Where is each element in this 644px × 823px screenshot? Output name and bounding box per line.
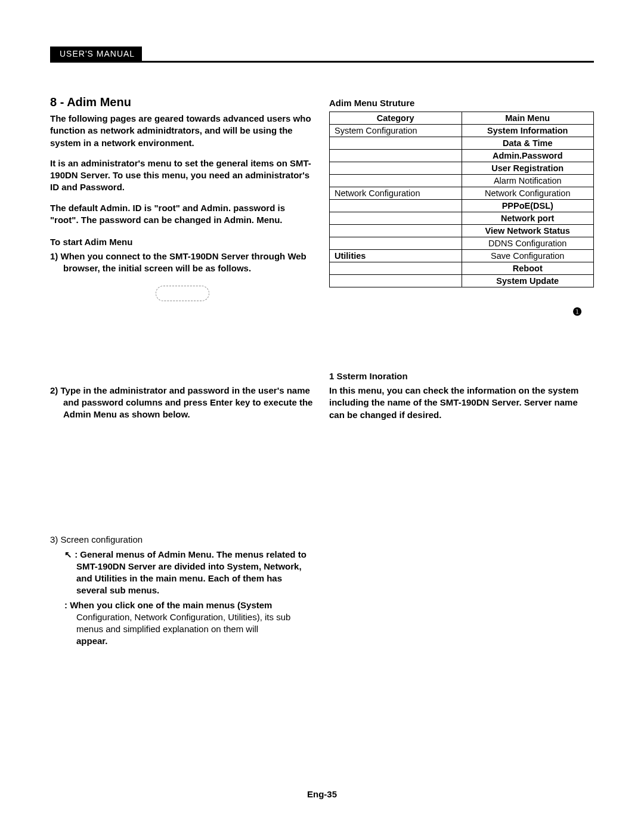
cell-category bbox=[330, 175, 462, 187]
table-row: Data & Time bbox=[330, 137, 594, 150]
screen-config-block: 3) Screen configuration ↖ : General menu… bbox=[50, 534, 315, 647]
table-row: System ConfigurationSystem Information bbox=[330, 125, 594, 137]
cell-category bbox=[330, 212, 462, 225]
cell-main-menu: DDNS Configuration bbox=[462, 237, 594, 250]
system-info-block: 1 Ssterm Inoration In this menu, you can… bbox=[329, 371, 594, 421]
intro-paragraph-2: It is an administrator's menu to set the… bbox=[50, 157, 315, 194]
table-row: Reboot bbox=[330, 262, 594, 275]
table-row: Network ConfigurationNetwork Configurati… bbox=[330, 187, 594, 200]
cell-category bbox=[330, 275, 462, 287]
cell-category bbox=[330, 137, 462, 150]
intro-paragraph-1: The following pages are geared towards a… bbox=[50, 113, 315, 149]
manual-label: USER'S MANUAL bbox=[50, 47, 142, 61]
menu-structure-table: Category Main Menu System ConfigurationS… bbox=[329, 112, 594, 287]
cell-main-menu: User Registration bbox=[462, 162, 594, 175]
cell-main-menu: Reboot bbox=[462, 262, 594, 275]
cell-main-menu: PPPoE(DSL) bbox=[462, 200, 594, 212]
cell-category bbox=[330, 225, 462, 237]
screen-config-b: : When you click one of the main menus (… bbox=[50, 599, 315, 648]
cell-main-menu: Alarm Notification bbox=[462, 175, 594, 187]
cell-main-menu: Data & Time bbox=[462, 137, 594, 150]
intro-paragraph-3: The default Admin. ID is "root" and Admi… bbox=[50, 202, 315, 227]
sysinfo-num: 1 Ssterm Inoration bbox=[329, 371, 594, 381]
table-row: DDNS Configuration bbox=[330, 237, 594, 250]
table-row: View Network Status bbox=[330, 225, 594, 237]
info-icon: ❶ bbox=[572, 305, 582, 318]
structure-title: Adim Menu Struture bbox=[329, 98, 594, 108]
left-column: 8 - Adim Menu The following pages are ge… bbox=[50, 95, 315, 650]
cell-category: Network Configuration bbox=[330, 187, 462, 200]
sysinfo-body: In this menu, you can check the informat… bbox=[329, 385, 594, 421]
table-row: Network port bbox=[330, 212, 594, 225]
table-row: System Update bbox=[330, 275, 594, 287]
cell-category bbox=[330, 150, 462, 162]
right-column: Adim Menu Struture Category Main Menu Sy… bbox=[329, 95, 594, 650]
table-row: User Registration bbox=[330, 162, 594, 175]
main-columns: 8 - Adim Menu The following pages are ge… bbox=[50, 95, 594, 650]
cell-category: System Configuration bbox=[330, 125, 462, 137]
cell-main-menu: Network port bbox=[462, 212, 594, 225]
dashed-placeholder bbox=[156, 286, 209, 301]
screen-config-b-body2: appear. bbox=[76, 636, 108, 646]
cell-main-menu: System Information bbox=[462, 125, 594, 137]
page-number: Eng-35 bbox=[0, 789, 644, 799]
cell-main-menu: Save Configuration bbox=[462, 250, 594, 262]
table-row: UtilitiesSave Configuration bbox=[330, 250, 594, 262]
step-1: 1) When you connect to the SMT-190DN Ser… bbox=[50, 250, 315, 275]
cell-main-menu: Network Configuration bbox=[462, 187, 594, 200]
screen-config-b-body1: Configuration, Network Configuration, Ut… bbox=[76, 612, 290, 634]
table-row: Admin.Password bbox=[330, 150, 594, 162]
start-heading: To start Adim Menu bbox=[50, 237, 315, 247]
section-title: 8 - Adim Menu bbox=[50, 95, 315, 109]
cell-category bbox=[330, 237, 462, 250]
table-header-row: Category Main Menu bbox=[330, 112, 594, 125]
cell-main-menu: Admin.Password bbox=[462, 150, 594, 162]
th-main-menu: Main Menu bbox=[462, 112, 594, 125]
cell-main-menu: View Network Status bbox=[462, 225, 594, 237]
table-row: PPPoE(DSL) bbox=[330, 200, 594, 212]
lower-block: 2) Type in the administrator and passwor… bbox=[50, 385, 315, 421]
cell-category: Utilities bbox=[330, 250, 462, 262]
cell-category bbox=[330, 162, 462, 175]
step-3-title: 3) Screen configuration bbox=[50, 534, 315, 546]
table-row: Alarm Notification bbox=[330, 175, 594, 187]
cell-category bbox=[330, 200, 462, 212]
th-category: Category bbox=[330, 112, 462, 125]
cell-category bbox=[330, 262, 462, 275]
cell-main-menu: System Update bbox=[462, 275, 594, 287]
screen-config-a: ↖ : General menus of Admin Menu. The men… bbox=[50, 549, 315, 597]
step-2: 2) Type in the administrator and passwor… bbox=[50, 385, 315, 421]
screen-config-a-text: ↖ : General menus of Admin Menu. The men… bbox=[64, 549, 306, 596]
screen-config-b-lead: : When you click one of the main menus (… bbox=[64, 600, 272, 610]
header-bar: USER'S MANUAL bbox=[50, 47, 594, 63]
